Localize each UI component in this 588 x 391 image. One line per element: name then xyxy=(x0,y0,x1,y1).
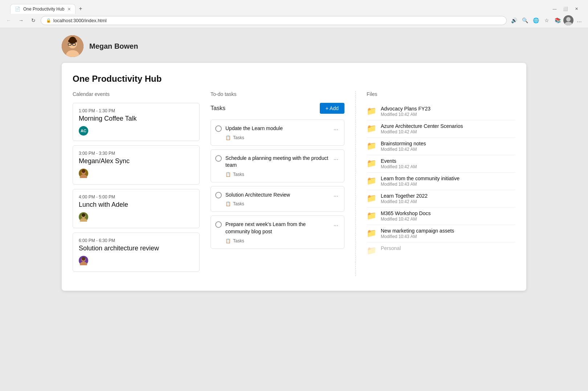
file-info: Events Modified 10:42 AM xyxy=(381,158,515,169)
task-more-button[interactable]: ... xyxy=(332,125,340,132)
close-button[interactable]: ✕ xyxy=(571,4,581,14)
file-info: Learn from the community initiative Modi… xyxy=(381,176,515,187)
file-name: Learn Together 2022 xyxy=(381,193,515,199)
tasks-header: Tasks + Add xyxy=(211,103,344,114)
task-meta-icon: 📋 xyxy=(225,238,231,243)
minimize-button[interactable]: — xyxy=(550,4,560,14)
task-row: Update the Learn module ... xyxy=(215,125,340,132)
file-item[interactable]: 📁 Learn Together 2022 Modified 10:42 AM xyxy=(367,190,515,207)
svg-point-6 xyxy=(68,40,71,43)
event-avatar xyxy=(79,212,88,222)
svg-point-19 xyxy=(82,257,85,261)
lock-icon: 🔒 xyxy=(46,18,51,23)
file-info: M365 Workshop Docs Modified 10:42 AM xyxy=(381,210,515,222)
folder-icon: 📁 xyxy=(367,211,376,221)
task-item: Solution Architecture Review ... 📋 Tasks xyxy=(211,186,344,212)
file-item[interactable]: 📁 M365 Workshop Docs Modified 10:42 AM xyxy=(367,207,515,225)
file-meta: Modified 10:42 AM xyxy=(381,112,515,117)
file-name: Personal xyxy=(381,245,515,251)
file-item[interactable]: 📁 Learn from the community initiative Mo… xyxy=(367,173,515,190)
event-avatar xyxy=(79,256,88,265)
file-info: Learn Together 2022 Modified 10:42 AM xyxy=(381,193,515,204)
tab-bar: 📄 One Productivity Hub ✕ + xyxy=(7,2,89,14)
user-name: Megan Bowen xyxy=(89,42,138,51)
task-row: Prepare next week's Learn from the commu… xyxy=(215,221,340,235)
file-info: Advocacy Plans FY23 Modified 10:42 AM xyxy=(381,106,515,117)
tasks-column: To-do tasks Tasks + Add Update the Learn… xyxy=(211,91,356,276)
address-bar: ← → ↻ 🔒 localhost:3000/index.html 🔊 🔍 🌐 … xyxy=(0,14,588,28)
task-checkbox[interactable] xyxy=(215,125,222,132)
page-title: One Productivity Hub xyxy=(73,74,515,84)
file-meta: Modified 10:43 AM xyxy=(381,234,515,239)
file-info: Azure Architecture Center Scenarios Modi… xyxy=(381,123,515,134)
event-title: Megan/Alex Sync xyxy=(79,157,193,165)
folder-icon: 📁 xyxy=(367,176,376,186)
url-bar[interactable]: 🔒 localhost:3000/index.html xyxy=(41,16,507,25)
file-name: Events xyxy=(381,158,515,164)
browser-toolbar: 🔊 🔍 🌐 ☆ 📚 … xyxy=(509,15,584,25)
file-name: Azure Architecture Center Scenarios xyxy=(381,123,515,129)
back-button[interactable]: ← xyxy=(4,15,14,25)
file-info: Personal xyxy=(381,245,515,251)
read-aloud-button[interactable]: 🔊 xyxy=(509,15,519,25)
avatar-image xyxy=(62,35,83,57)
task-meta: 📋 Tasks xyxy=(225,172,340,177)
folder-icon: 📁 xyxy=(367,106,376,116)
browser-titlebar: 📄 One Productivity Hub ✕ + — ⬜ ✕ xyxy=(0,0,588,14)
user-header: Megan Bowen xyxy=(62,35,526,57)
settings-button[interactable]: … xyxy=(574,15,584,25)
task-more-button[interactable]: ... xyxy=(332,192,340,198)
file-item[interactable]: 📁 Events Modified 10:42 AM xyxy=(367,155,515,173)
page-background: Megan Bowen One Productivity Hub Calenda… xyxy=(0,28,588,390)
folder-icon: 📁 xyxy=(367,124,376,133)
files-column: Files 📁 Advocacy Plans FY23 Modified 10:… xyxy=(356,91,515,276)
file-name: Learn from the community initiative xyxy=(381,176,515,181)
task-meta-label: Tasks xyxy=(233,238,244,243)
file-name: Brainstorming notes xyxy=(381,141,515,146)
task-item: Prepare next week's Learn from the commu… xyxy=(211,215,344,249)
add-task-button[interactable]: + Add xyxy=(320,103,344,114)
task-checkbox[interactable] xyxy=(215,192,222,198)
task-checkbox[interactable] xyxy=(215,155,222,162)
svg-point-13 xyxy=(82,169,85,173)
browser-extras-button[interactable]: 🌐 xyxy=(531,15,541,25)
task-checkbox[interactable] xyxy=(215,221,222,228)
file-meta: Modified 10:42 AM xyxy=(381,129,515,134)
svg-point-16 xyxy=(82,213,85,217)
new-tab-button[interactable]: + xyxy=(75,4,86,14)
forward-button[interactable]: → xyxy=(16,15,26,25)
task-more-button[interactable]: ... xyxy=(332,221,340,227)
browser-chrome: 📄 One Productivity Hub ✕ + — ⬜ ✕ ← → ↻ 🔒… xyxy=(0,0,588,28)
svg-point-1 xyxy=(565,22,572,25)
tasks-column-header: To-do tasks xyxy=(211,91,344,97)
folder-icon: 📁 xyxy=(367,246,376,255)
event-time: 4:00 PM - 5:00 PM xyxy=(79,194,193,199)
file-name: Advocacy Plans FY23 xyxy=(381,106,515,112)
profile-avatar[interactable] xyxy=(563,15,573,25)
event-card: 6:00 PM - 6:30 PM Solution architecture … xyxy=(73,233,200,272)
event-card: 4:00 PM - 5:00 PM Lunch with Adele xyxy=(73,189,200,228)
task-more-button[interactable]: ... xyxy=(332,155,340,161)
maximize-button[interactable]: ⬜ xyxy=(560,4,571,14)
file-info: Brainstorming notes Modified 10:42 AM xyxy=(381,141,515,152)
file-meta: Modified 10:43 AM xyxy=(381,182,515,187)
active-tab[interactable]: 📄 One Productivity Hub ✕ xyxy=(10,4,75,14)
tab-title: One Productivity Hub xyxy=(23,7,65,12)
file-item[interactable]: 📁 New marketing campaign assets Modified… xyxy=(367,225,515,242)
task-meta-icon: 📋 xyxy=(225,201,231,206)
tab-close-button[interactable]: ✕ xyxy=(68,7,71,12)
svg-point-7 xyxy=(74,40,77,43)
event-time: 6:00 PM - 6:30 PM xyxy=(79,238,193,243)
refresh-button[interactable]: ↻ xyxy=(28,15,38,25)
event-avatar xyxy=(79,169,88,178)
file-item[interactable]: 📁 Advocacy Plans FY23 Modified 10:42 AM xyxy=(367,103,515,120)
collections-button[interactable]: 📚 xyxy=(552,15,563,25)
file-item[interactable]: 📁 Brainstorming notes Modified 10:42 AM xyxy=(367,138,515,155)
file-meta: Modified 10:42 AM xyxy=(381,164,515,169)
file-item[interactable]: 📁 Personal xyxy=(367,242,515,258)
zoom-button[interactable]: 🔍 xyxy=(520,15,530,25)
task-meta-icon: 📋 xyxy=(225,135,231,140)
favorites-button[interactable]: ☆ xyxy=(542,15,552,25)
file-item[interactable]: 📁 Azure Architecture Center Scenarios Mo… xyxy=(367,120,515,138)
svg-point-15 xyxy=(80,218,87,222)
